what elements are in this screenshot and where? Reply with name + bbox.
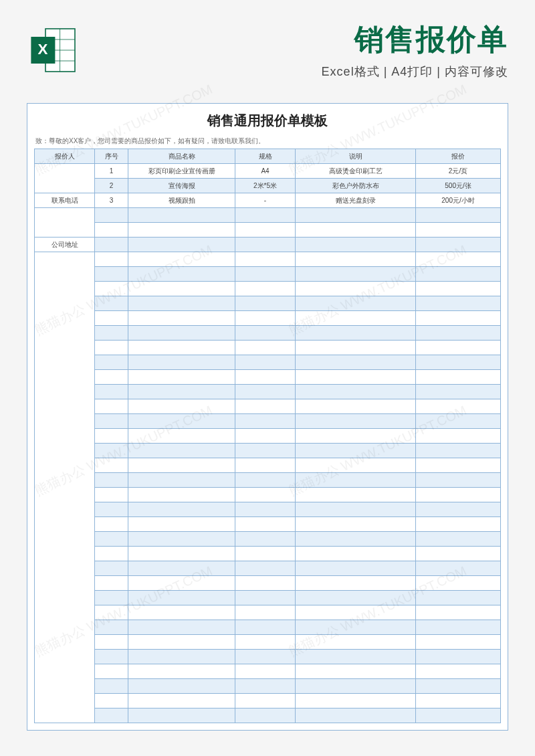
col-header-desc: 说明: [296, 149, 416, 164]
cell-price: 200元/小时: [416, 193, 501, 208]
table-row: [35, 326, 501, 341]
cell-spec: A4: [235, 164, 296, 179]
col-header-seq: 序号: [95, 149, 128, 164]
table-row: [35, 473, 501, 488]
svg-text:X: X: [38, 41, 48, 58]
cell-desc: 赠送光盘刻录: [296, 193, 416, 208]
cell-desc: 彩色户外防水布: [296, 179, 416, 193]
left-blank: [35, 208, 95, 238]
header: X 销售报价单 Excel格式 | A4打印 | 内容可修改: [0, 0, 535, 90]
table-row: [35, 547, 501, 561]
table-row: [35, 576, 501, 591]
table-row: [35, 429, 501, 444]
cell-price: 2元/页: [416, 164, 501, 179]
table-row: [35, 444, 501, 458]
left-blank: [35, 252, 95, 723]
col-header-spec: 规格: [235, 149, 296, 164]
left-label-address: 公司地址: [35, 238, 95, 252]
left-label-quoter: 报价人: [35, 149, 95, 164]
table-row: [35, 341, 501, 355]
table-row: 公司地址: [35, 238, 501, 252]
form-title: 销售通用报价单模板: [34, 112, 501, 130]
table-row: [35, 252, 501, 267]
cell-name: 宣传海报: [128, 179, 235, 193]
table-row: [35, 664, 501, 679]
left-label-phone: 联系电话: [35, 193, 95, 208]
table-row: [35, 591, 501, 605]
table-row: 联系电话 3 视频跟拍 - 赠送光盘刻录 200元/小时: [35, 193, 501, 208]
table-row: [35, 635, 501, 650]
table-row: [35, 679, 501, 694]
table-row: [35, 385, 501, 399]
table-row: [35, 605, 501, 620]
excel-icon: X: [27, 23, 80, 77]
cell-name: 视频跟拍: [128, 193, 235, 208]
table-row: [35, 561, 501, 576]
cell-seq: 1: [95, 164, 128, 179]
template-preview: 销售通用报价单模板 致：尊敬的XX客户，您司需要的商品报价如下，如有疑问，请致电…: [27, 103, 508, 731]
cell-spec: -: [235, 193, 296, 208]
cell-seq: 2: [95, 179, 128, 193]
table-row: [35, 311, 501, 326]
table-row: [35, 458, 501, 473]
table-row: [35, 488, 501, 502]
table-row: [35, 370, 501, 385]
table-row: [35, 355, 501, 370]
table-row: [35, 650, 501, 664]
table-row: [35, 694, 501, 708]
quote-table: 报价人 序号 商品名称 规格 说明 报价 1 彩页印刷企业宣传画册 A4 高级烫…: [34, 149, 501, 723]
table-row: [35, 414, 501, 429]
cell-spec: 2米*5米: [235, 179, 296, 193]
table-row: 1 彩页印刷企业宣传画册 A4 高级烫金印刷工艺 2元/页: [35, 164, 501, 179]
table-row: [35, 282, 501, 296]
table-row: [35, 223, 501, 238]
cell-desc: 高级烫金印刷工艺: [296, 164, 416, 179]
col-header-price: 报价: [416, 149, 501, 164]
table-row: [35, 502, 501, 517]
table-row: [35, 208, 501, 223]
cell-name: 彩页印刷企业宣传画册: [128, 164, 235, 179]
table-row: [35, 267, 501, 282]
col-header-name: 商品名称: [128, 149, 235, 164]
left-blank: [35, 164, 95, 193]
cell-seq: 3: [95, 193, 128, 208]
page-subtitle: Excel格式 | A4打印 | 内容可修改: [80, 64, 508, 80]
table-row: [35, 399, 501, 414]
intro-text: 致：尊敬的XX客户，您司需要的商品报价如下，如有疑问，请致电联系我们。: [34, 136, 501, 146]
table-row: [35, 532, 501, 547]
table-row: [35, 708, 501, 723]
table-row: [35, 620, 501, 635]
table-row: [35, 517, 501, 532]
table-row: [35, 296, 501, 311]
table-row: 2 宣传海报 2米*5米 彩色户外防水布 500元/张: [35, 179, 501, 193]
page-title: 销售报价单: [80, 20, 508, 60]
cell-price: 500元/张: [416, 179, 501, 193]
